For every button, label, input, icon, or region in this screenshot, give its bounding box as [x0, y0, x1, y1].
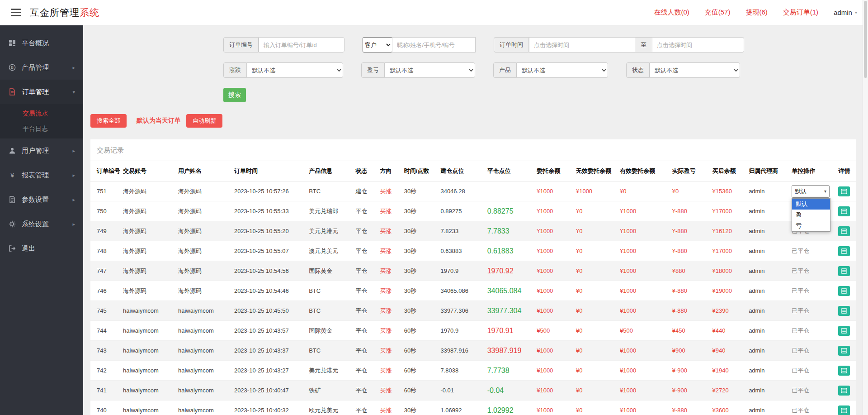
detail-button[interactable]: [838, 286, 850, 296]
start-time-input[interactable]: [529, 37, 635, 52]
search-all-button[interactable]: 搜索全部: [90, 114, 127, 128]
table-row-743: 743haiwaiymcomhaiwaiymcom2023-10-25 10:4…: [90, 341, 856, 361]
detail-button[interactable]: [838, 405, 850, 415]
cell-duration: 60秒: [401, 341, 438, 361]
detail-button[interactable]: [838, 186, 850, 196]
sidebar-subitem-platform-log[interactable]: 平台日志: [0, 121, 83, 137]
auto-refresh-button[interactable]: 自动刷新: [186, 114, 222, 128]
column-header-invalid_entrust: 无效委托余额: [573, 161, 617, 181]
detail-button[interactable]: [838, 266, 850, 276]
menu-toggle-icon[interactable]: [11, 9, 21, 16]
order-time-label: 订单时间: [494, 37, 529, 52]
cell-id: 745: [90, 301, 120, 321]
control-select[interactable]: 默认▾: [792, 185, 830, 198]
chevron-right-icon: ▸: [72, 221, 75, 227]
detail-button[interactable]: [838, 386, 850, 396]
order-id-input[interactable]: [259, 37, 344, 52]
cell-id: 748: [90, 241, 120, 261]
sidebar-item-params[interactable]: 参数设置▸: [0, 187, 83, 212]
cell-entrust: ¥1000: [534, 361, 573, 381]
cell-name: 海外源码: [175, 281, 231, 301]
rise-fall-select[interactable]: 默认不选: [247, 62, 343, 78]
dropdown-option-2[interactable]: 亏: [792, 220, 830, 231]
dropdown-option-1[interactable]: 盈: [792, 210, 830, 220]
header-link-1[interactable]: 充值(57): [705, 8, 731, 17]
cell-invalid_entrust: ¥0: [573, 261, 617, 281]
customer-filter-select[interactable]: 客户: [363, 37, 392, 52]
cell-status: 建仓: [353, 181, 377, 201]
detail-button[interactable]: [838, 346, 850, 356]
cell-name: haiwaiymcom: [175, 301, 231, 321]
filter-row-3: 搜索: [223, 88, 856, 102]
column-header-status: 状态: [353, 161, 377, 181]
table-body: 751海外源码海外源码2023-10-25 10:57:26BTC建仓买涨30秒…: [90, 181, 856, 415]
cell-duration: 60秒: [401, 361, 438, 381]
cell-invalid_entrust: ¥0: [573, 201, 617, 221]
money-value: ¥900: [672, 347, 685, 354]
cell-invalid_entrust: ¥0: [573, 401, 617, 415]
cell-invalid_entrust: ¥0: [573, 241, 617, 261]
close-price: 1970.91: [487, 327, 514, 334]
money-value: ¥1000: [537, 248, 553, 254]
detail-button[interactable]: [838, 206, 850, 216]
control-status: 已平仓: [792, 307, 809, 314]
sidebar-item-products[interactable]: B产品管理▸: [0, 55, 83, 80]
dropdown-option-0[interactable]: 默认: [792, 199, 830, 210]
cell-valid_entrust: ¥1000: [617, 361, 670, 381]
filter-form: 订单编号 客户 订单时间 至 涨跌 默认不选 盈亏: [223, 37, 856, 102]
detail-button[interactable]: [838, 366, 850, 376]
detail-button[interactable]: [838, 246, 850, 256]
detail-button[interactable]: [838, 326, 850, 336]
search-button[interactable]: 搜索: [223, 88, 246, 102]
cell-direction: 买涨: [377, 241, 401, 261]
sidebar-subitem-trade-flow[interactable]: 交易流水: [0, 106, 83, 121]
money-value: ¥500: [620, 327, 633, 334]
cell-status: 平仓: [353, 361, 377, 381]
cell-product: 澳元兑美元: [306, 241, 353, 261]
params-icon: [8, 196, 16, 204]
header-link-0[interactable]: 在线人数(0): [654, 8, 689, 17]
sidebar-item-reports[interactable]: ¥报表管理▸: [0, 163, 83, 187]
main-content: 订单编号 客户 订单时间 至 涨跌 默认不选 盈亏: [83, 25, 863, 415]
money-value: ¥0: [672, 188, 679, 195]
header-link-3[interactable]: 交易订单(1): [783, 8, 818, 17]
cell-open: 33987.916: [438, 341, 484, 361]
profit-loss-select[interactable]: 默认不选: [385, 62, 475, 78]
header-link-2[interactable]: 提现(6): [745, 8, 767, 17]
cell-entrust: ¥1000: [534, 181, 573, 201]
trade-records-table: 订单编号交易账号用户姓名订单时间产品信息状态方向时间/点数建仓点位平仓点位委托余…: [90, 161, 856, 415]
vertical-scrollbar[interactable]: [863, 0, 868, 415]
cell-invalid_entrust: ¥0: [573, 281, 617, 301]
cell-time: 2023-10-25 10:43:37: [231, 341, 306, 361]
cell-balance_after: ¥19000: [710, 281, 746, 301]
sidebar-item-system[interactable]: 系统设置▸: [0, 212, 83, 236]
product-select[interactable]: 默认不选: [517, 62, 608, 78]
money-value: ¥2390: [712, 307, 729, 314]
end-time-input[interactable]: [652, 37, 744, 52]
status-select[interactable]: 默认不选: [650, 62, 740, 78]
table-row-746: 746海外源码海外源码2023-10-25 10:54:46BTC平仓买涨30秒…: [90, 281, 856, 301]
direction-value: 买涨: [380, 407, 392, 414]
detail-button[interactable]: [838, 226, 850, 236]
cell-open: 1970.9: [438, 261, 484, 281]
chevron-right-icon: ▸: [72, 172, 75, 178]
close-price: 34065.084: [487, 287, 522, 295]
cell-detail: [835, 341, 856, 361]
sidebar-item-orders[interactable]: 订单管理▾: [0, 80, 83, 104]
scrollbar-thumb[interactable]: [864, 1, 867, 78]
cell-profit: ¥-880: [670, 241, 710, 261]
cell-product: 铁矿: [306, 381, 353, 401]
cell-entrust: ¥1000: [534, 201, 573, 221]
money-value: ¥0: [576, 407, 582, 414]
detail-button[interactable]: [838, 306, 850, 316]
product-icon: B: [8, 63, 16, 72]
close-price: 33987.919: [487, 347, 522, 354]
customer-keyword-input[interactable]: [392, 37, 476, 52]
chevron-down-icon: ▾: [824, 189, 826, 194]
sidebar-item-users[interactable]: 用户管理▸: [0, 138, 83, 163]
sidebar-item-overview[interactable]: 平台概况: [0, 31, 83, 55]
cell-direction: 买涨: [377, 381, 401, 401]
cell-direction: 买涨: [377, 201, 401, 221]
admin-menu[interactable]: admin ▾: [834, 9, 857, 16]
sidebar-item-logout[interactable]: 退出: [0, 236, 83, 261]
